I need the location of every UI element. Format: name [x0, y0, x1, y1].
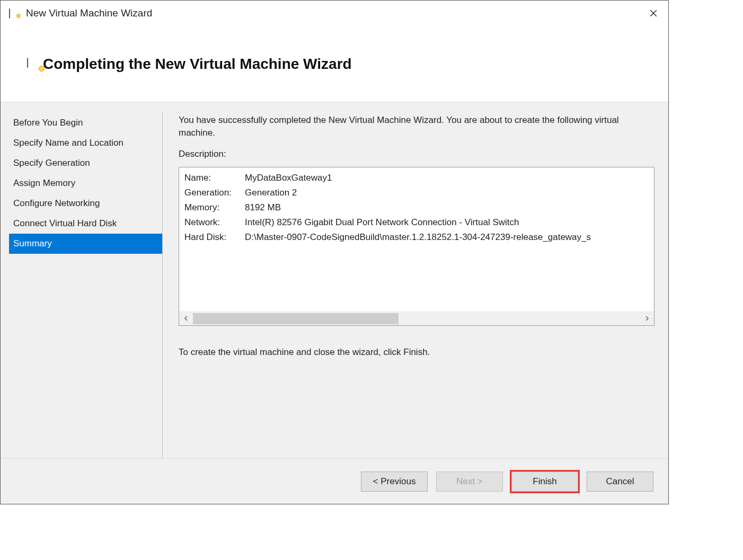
previous-button[interactable]: < Previous [361, 472, 428, 492]
prop-key: Hard Disk: [184, 232, 245, 243]
prop-name: Name: MyDataBoxGateway1 [184, 171, 649, 185]
wizard-header: Completing the New Virtual Machine Wizar… [1, 26, 668, 102]
prop-value: MyDataBoxGateway1 [245, 173, 649, 183]
step-assign-memory[interactable]: Assign Memory [9, 173, 162, 193]
step-configure-networking[interactable]: Configure Networking [9, 193, 162, 214]
page-title: Completing the New Virtual Machine Wizar… [43, 56, 352, 73]
prop-hard-disk: Hard Disk: D:\Master-0907-CodeSignedBuil… [184, 230, 649, 245]
cancel-button[interactable]: Cancel [587, 472, 653, 492]
prop-key: Memory: [184, 202, 245, 213]
wizard-icon [27, 58, 43, 70]
steps-sidebar: Before You Begin Specify Name and Locati… [9, 112, 163, 458]
intro-text: You have successfully completed the New … [179, 114, 654, 139]
window-title: New Virtual Machine Wizard [26, 7, 643, 19]
app-icon [9, 9, 20, 17]
prop-value: D:\Master-0907-CodeSignedBuild\master.1.… [245, 232, 649, 243]
prop-network: Network: Intel(R) 82576 Gigabit Dual Por… [184, 215, 649, 230]
step-summary[interactable]: Summary [9, 234, 162, 254]
step-before-you-begin[interactable]: Before You Begin [9, 113, 162, 133]
prop-key: Name: [184, 173, 245, 183]
prop-value: Generation 2 [245, 188, 649, 198]
description-label: Description: [179, 149, 654, 159]
step-specify-generation[interactable]: Specify Generation [9, 153, 162, 173]
description-rows: Name: MyDataBoxGateway1 Generation: Gene… [179, 167, 654, 312]
close-button[interactable] [643, 3, 664, 24]
horizontal-scrollbar[interactable] [179, 312, 654, 325]
wizard-body: Before You Begin Specify Name and Locati… [1, 102, 668, 458]
content-pane: You have successfully completed the New … [163, 112, 660, 458]
wizard-window: New Virtual Machine Wizard Completing th… [0, 0, 669, 504]
description-box: Name: MyDataBoxGateway1 Generation: Gene… [179, 167, 654, 326]
next-button: Next > [436, 472, 503, 492]
step-specify-name[interactable]: Specify Name and Location [9, 133, 162, 153]
finish-button[interactable]: Finish [511, 472, 578, 492]
prop-key: Generation: [184, 188, 245, 198]
prop-value: Intel(R) 82576 Gigabit Dual Port Network… [245, 217, 649, 228]
footer-text: To create the virtual machine and close … [179, 347, 654, 358]
scroll-track[interactable] [193, 312, 640, 325]
prop-generation: Generation: Generation 2 [184, 185, 649, 200]
prop-value: 8192 MB [245, 202, 649, 213]
prop-key: Network: [184, 217, 245, 228]
titlebar: New Virtual Machine Wizard [1, 1, 668, 26]
step-connect-vhd[interactable]: Connect Virtual Hard Disk [9, 214, 162, 234]
close-icon [650, 10, 657, 17]
prop-memory: Memory: 8192 MB [184, 200, 649, 215]
scroll-right-icon[interactable] [640, 312, 654, 325]
scroll-left-icon[interactable] [179, 312, 193, 325]
button-row: < Previous Next > Finish Cancel [1, 458, 668, 504]
scroll-thumb[interactable] [193, 313, 399, 324]
